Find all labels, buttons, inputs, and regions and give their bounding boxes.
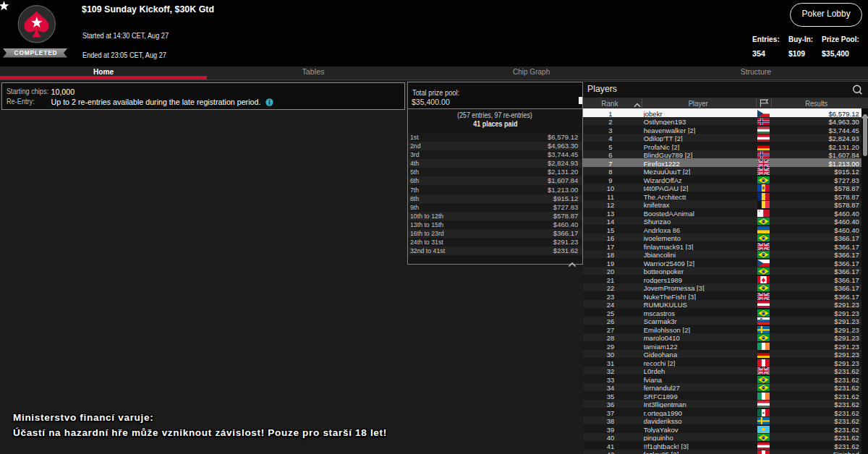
svg-text:COMPLETED: COMPLETED — [14, 49, 57, 56]
